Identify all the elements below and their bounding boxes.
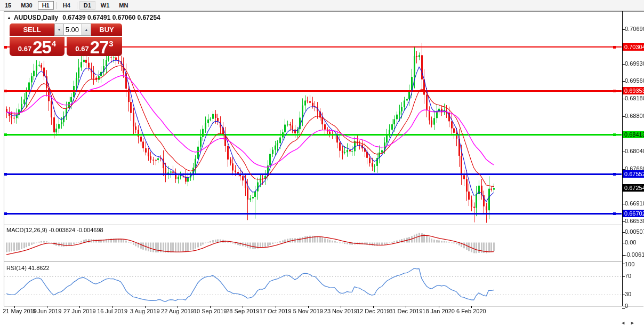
toolbar-separator bbox=[77, 2, 77, 9]
sell-price-prefix: 0.67 bbox=[18, 45, 31, 53]
volume-decrease-icon[interactable]: ▼ bbox=[54, 23, 64, 36]
buy-price-box[interactable]: 0.67 27 3 bbox=[67, 37, 122, 56]
buy-price-big: 27 bbox=[90, 39, 109, 55]
sell-price-pip: 4 bbox=[52, 39, 56, 48]
price-chart-canvas[interactable] bbox=[0, 11, 644, 333]
timeframe-button-mn[interactable]: MN bbox=[115, 1, 132, 10]
tab-scroll-arrows: ◄► bbox=[621, 320, 640, 326]
volume-input[interactable]: 5.00 bbox=[64, 23, 82, 36]
trading-terminal-window: 15M30H1H4D1W1MN ▲AUDUSD,Daily0.67439 0.6… bbox=[0, 0, 644, 333]
timeframe-button-h1[interactable]: H1 bbox=[38, 1, 54, 10]
timeframe-button-h4[interactable]: H4 bbox=[59, 1, 75, 10]
chart-ohlc-values: 0.67439 0.67491 0.67060 0.67254 bbox=[62, 14, 160, 21]
buy-price-pip: 3 bbox=[109, 39, 113, 48]
timeframe-button-w1[interactable]: W1 bbox=[96, 1, 114, 10]
volume-increase-icon[interactable]: ▲ bbox=[82, 23, 91, 36]
timeframe-toolbar: 15M30H1H4D1W1MN bbox=[0, 0, 644, 11]
volume-spinner: ▼ 5.00 ▲ bbox=[54, 23, 91, 36]
timeframe-button-m30[interactable]: M30 bbox=[17, 1, 36, 10]
one-click-trading-panel: SELL ▼ 5.00 ▲ BUY 0.67 25 4 0.67 27 3 bbox=[10, 23, 122, 56]
sell-price-big: 25 bbox=[33, 39, 51, 55]
tab-scroll-left-icon[interactable]: ◄ bbox=[621, 320, 630, 326]
toolbar-separator bbox=[56, 2, 57, 9]
buy-button[interactable]: BUY bbox=[91, 23, 122, 36]
collapse-arrow-icon[interactable]: ▲ bbox=[7, 15, 11, 20]
chart-title: ▲AUDUSD,Daily0.67439 0.67491 0.67060 0.6… bbox=[7, 14, 160, 21]
sell-button[interactable]: SELL bbox=[10, 23, 54, 36]
timeframe-button-15[interactable]: 15 bbox=[1, 1, 15, 10]
chart-window: ▲AUDUSD,Daily0.67439 0.67491 0.67060 0.6… bbox=[0, 11, 644, 316]
buy-price-prefix: 0.67 bbox=[75, 45, 88, 53]
sell-price-box[interactable]: 0.67 25 4 bbox=[10, 37, 65, 56]
tab-scroll-right-icon[interactable]: ► bbox=[630, 320, 640, 326]
timeframe-button-d1[interactable]: D1 bbox=[79, 1, 95, 10]
chart-symbol-label: AUDUSD,Daily bbox=[14, 14, 58, 21]
